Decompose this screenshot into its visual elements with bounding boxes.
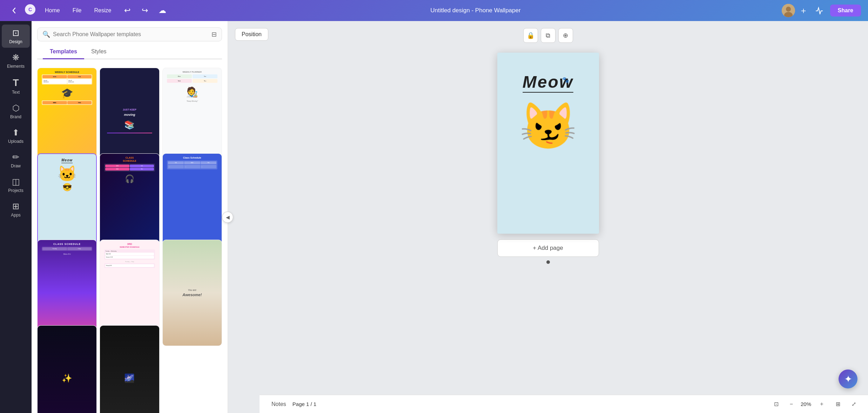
template-card-dark1[interactable]: ✨	[37, 325, 97, 413]
zoom-out-button[interactable]: −	[786, 400, 796, 409]
uploads-icon: ⬆	[12, 128, 19, 138]
bottom-bar-right: ⊡ − 20% ＋ ⊞ ⤢	[771, 399, 860, 409]
fit-to-screen-button[interactable]: ⊡	[771, 399, 782, 409]
design-title: Untitled design - Phone Wallpaper	[430, 7, 520, 14]
templates-panel: 🔍 ⊟ Templates Styles WEEKLY SCHEDULE MON…	[32, 21, 228, 413]
svg-text:C: C	[28, 7, 32, 12]
grid-view-button[interactable]: ⊞	[832, 399, 844, 409]
template-grid: WEEKLY SCHEDULE MON TUE Class A9:00-10:0…	[32, 63, 228, 413]
topbar-nav: Home File Resize	[39, 5, 117, 16]
topbar: C Home File Resize ↩ ↪ ☁ Untitled design…	[0, 0, 868, 21]
sidebar-item-uploads[interactable]: ⬆ Uploads	[2, 124, 30, 147]
notes-button[interactable]: Notes	[268, 400, 290, 409]
paw-icon: 🐾	[562, 76, 569, 83]
sidebar-item-design[interactable]: ⊡ Design	[2, 25, 30, 48]
sidebar-label-draw: Draw	[11, 164, 21, 168]
left-sidebar: ⊡ Design ❋ Elements T Text ⬡ Brand ⬆ Upl…	[0, 21, 32, 413]
text-icon: T	[13, 77, 19, 88]
meow-text-element[interactable]: Meow 🐾	[523, 74, 573, 93]
elements-icon: ❋	[12, 53, 19, 62]
canvas-area: Position 🔒 ⧉ ⊕ ↻ Meow 🐾 😼	[228, 21, 868, 413]
sidebar-label-uploads: Uploads	[8, 139, 23, 144]
sidebar-item-text[interactable]: T Text	[2, 74, 30, 98]
canva-assistant-button[interactable]: ✦	[839, 369, 857, 388]
page-dots	[546, 260, 550, 264]
panel-collapse-button[interactable]: ◀	[222, 212, 233, 223]
svg-point-3	[786, 7, 791, 12]
copy-button[interactable]: ⧉	[541, 28, 556, 43]
bottom-bar: Notes Page 1 / 1 ⊡ − 20% ＋ ⊞ ⤢	[260, 395, 868, 413]
projects-icon: ◫	[12, 177, 20, 187]
fullscreen-button[interactable]: ⤢	[848, 399, 860, 409]
topbar-history-icons: ↩ ↪ ☁	[120, 4, 169, 18]
sidebar-label-apps: Apps	[11, 213, 20, 218]
cat-illustration: 😼	[520, 103, 577, 149]
sidebar-item-draw[interactable]: ✏ Draw	[2, 149, 30, 172]
sidebar-label-projects: Projects	[8, 188, 23, 193]
sidebar-item-brand[interactable]: ⬡ Brand	[2, 100, 30, 123]
bottom-bar-left: Notes Page 1 / 1	[268, 400, 316, 409]
sidebar-item-apps[interactable]: ⊞ Apps	[2, 198, 30, 221]
sidebar-label-design: Design	[9, 39, 22, 44]
user-avatar[interactable]	[782, 4, 795, 17]
canva-logo[interactable]: C	[25, 4, 36, 17]
page-dot-1	[546, 260, 550, 264]
template-card-dark2[interactable]: 🌌	[100, 325, 159, 413]
main-layout: ⊡ Design ❋ Elements T Text ⬡ Brand ⬆ Upl…	[0, 21, 868, 413]
position-button[interactable]: Position	[235, 28, 268, 41]
undo-button[interactable]: ↩	[120, 4, 134, 18]
share-button[interactable]: Share	[830, 5, 861, 16]
activity-button[interactable]	[812, 4, 826, 18]
add-page-button[interactable]: + Add page	[497, 239, 599, 257]
page-indicator: Page 1 / 1	[292, 401, 316, 407]
filter-button[interactable]: ⊟	[211, 31, 217, 38]
template-card-watercolor[interactable]: You are Awesome!	[162, 240, 222, 346]
sidebar-label-text: Text	[12, 90, 20, 95]
text-underline	[523, 92, 573, 93]
zoom-in-button[interactable]: ＋	[815, 399, 828, 409]
design-canvas: ↻ Meow 🐾 😼	[497, 53, 599, 234]
apps-icon: ⊞	[12, 201, 19, 211]
resize-nav-btn[interactable]: Resize	[88, 5, 117, 16]
redo-button[interactable]: ↪	[138, 4, 152, 18]
topbar-center: Untitled design - Phone Wallpaper	[175, 7, 776, 14]
design-canvas-wrapper: ↻ Meow 🐾 😼 + Add page	[497, 53, 599, 264]
add-section-button[interactable]: ⊕	[558, 28, 573, 43]
sidebar-item-projects[interactable]: ◫ Projects	[2, 173, 30, 196]
canvas-top-icons: 🔒 ⧉ ⊕	[523, 28, 573, 43]
topbar-left: C Home File Resize ↩ ↪ ☁	[7, 4, 169, 18]
sidebar-label-brand: Brand	[10, 114, 21, 119]
topbar-right: ＋ Share	[782, 4, 861, 18]
lock-button[interactable]: 🔒	[523, 28, 538, 43]
tab-templates[interactable]: Templates	[43, 45, 84, 59]
sidebar-item-elements[interactable]: ❋ Elements	[2, 49, 30, 72]
add-collaborator-button[interactable]: ＋	[799, 5, 808, 16]
cloud-save-button[interactable]: ☁	[155, 4, 169, 18]
draw-icon: ✏	[12, 152, 19, 162]
search-input[interactable]	[53, 31, 209, 38]
home-nav-btn[interactable]: Home	[39, 5, 66, 16]
search-bar: 🔍 ⊟	[37, 27, 222, 41]
brand-icon: ⬡	[12, 103, 20, 113]
tab-styles[interactable]: Styles	[84, 45, 114, 59]
panel-header: 🔍 ⊟ Templates Styles	[32, 21, 228, 63]
sidebar-label-elements: Elements	[7, 64, 25, 69]
file-nav-btn[interactable]: File	[67, 5, 87, 16]
panel-tabs: Templates Styles	[37, 45, 222, 59]
search-icon: 🔍	[42, 31, 50, 38]
zoom-level: 20%	[801, 401, 811, 407]
back-button[interactable]	[7, 4, 21, 18]
design-icon: ⊡	[12, 28, 19, 38]
